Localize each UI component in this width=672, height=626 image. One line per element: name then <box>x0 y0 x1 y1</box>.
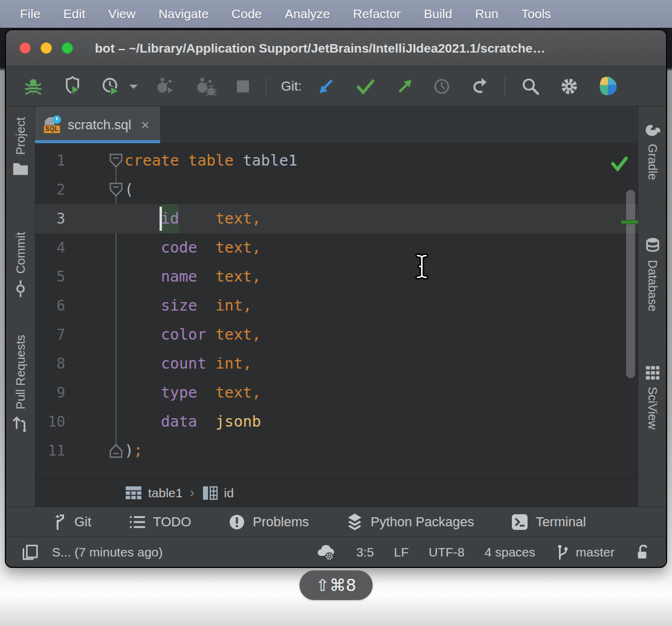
code-token <box>124 407 161 436</box>
sidebar-item-sciview[interactable]: SciView <box>645 365 661 430</box>
code-line[interactable]: 9 type text, <box>35 378 638 407</box>
menu-item-build[interactable]: Build <box>412 7 464 21</box>
menu-item-refactor[interactable]: Refactor <box>341 7 412 21</box>
toolwindow-git[interactable]: Git <box>51 514 91 531</box>
close-window-button[interactable] <box>19 42 31 54</box>
encoding-widget[interactable]: UTF-8 <box>428 545 465 560</box>
code-text: color text, <box>124 320 261 349</box>
close-tab-icon[interactable]: × <box>141 118 149 132</box>
rollback-icon[interactable] <box>471 77 491 96</box>
fold-marker-icon[interactable] <box>108 443 124 459</box>
layout-icon[interactable] <box>22 544 39 561</box>
code-token: text, <box>216 320 261 349</box>
breadcrumb-separator: › <box>190 485 194 501</box>
sidebar-item-database[interactable]: Database <box>645 237 661 312</box>
git-branch-widget[interactable]: master <box>555 544 615 561</box>
code-line[interactable]: 6 size int, <box>35 291 638 320</box>
menu-item-file[interactable]: File <box>8 7 52 21</box>
code-line[interactable]: 10 data jsonb <box>35 407 638 436</box>
inspections-ok-icon[interactable] <box>610 156 628 172</box>
menu-item-code[interactable]: Code <box>220 7 273 21</box>
line-number[interactable]: 4 <box>35 239 65 256</box>
code-line[interactable]: 3 id text, <box>35 204 638 233</box>
code-line[interactable]: 5 name text, <box>35 262 638 291</box>
tab-label: scratch.sql <box>68 117 131 133</box>
menu-item-run[interactable]: Run <box>464 7 510 21</box>
line-number[interactable]: 2 <box>35 181 65 198</box>
code-editor[interactable]: 1create table table12(3 id text,4 code t… <box>35 144 638 479</box>
line-separator-widget[interactable]: LF <box>394 545 409 560</box>
toolwindow-terminal[interactable]: Terminal <box>511 514 586 531</box>
fold-marker-icon[interactable] <box>108 153 124 169</box>
code-token: id <box>161 204 179 233</box>
status-bar: S... (7 minutes ago) 3:5 LF UTF-8 4 spac… <box>6 537 666 567</box>
code-line[interactable]: 11); <box>35 436 638 465</box>
settings-gear-icon[interactable] <box>560 77 579 96</box>
ide-feature-trainer-icon[interactable] <box>597 76 619 97</box>
toolwindow-label: Git <box>74 514 91 530</box>
zoom-window-button[interactable] <box>62 42 73 54</box>
menu-item-view[interactable]: View <box>97 7 147 21</box>
code-line[interactable]: 7 color text, <box>35 320 638 349</box>
menu-item-navigate[interactable]: Navigate <box>147 7 220 21</box>
code-line[interactable]: 8 count int, <box>35 349 638 378</box>
toolwindow-todo[interactable]: TODO <box>129 514 191 530</box>
gradle-elephant-icon <box>644 122 662 138</box>
stripe-label: Commit <box>13 232 27 274</box>
line-number[interactable]: 1 <box>35 152 65 169</box>
update-project-icon[interactable] <box>317 77 335 95</box>
minimize-window-button[interactable] <box>40 42 52 54</box>
toolwindow-python-packages[interactable]: Python Packages <box>346 513 474 531</box>
menu-item-edit[interactable]: Edit <box>52 7 97 21</box>
profiler-disabled-icon <box>155 76 176 97</box>
breadcrumb-table[interactable]: table1 <box>124 485 183 501</box>
last-commit-message[interactable]: S... (7 minutes ago) <box>52 545 163 560</box>
menu-item-analyze[interactable]: Analyze <box>273 7 341 21</box>
line-number[interactable]: 9 <box>35 384 65 401</box>
sidebar-item-gradle[interactable]: Gradle <box>644 122 662 180</box>
sidebar-item-commit[interactable]: Commit <box>13 232 28 298</box>
chevron-down-icon[interactable] <box>127 80 140 93</box>
terminal-icon <box>511 514 528 531</box>
menu-item-tools[interactable]: Tools <box>510 7 563 21</box>
debug-icon[interactable] <box>23 76 44 97</box>
cloud-settings-icon[interactable] <box>316 543 337 561</box>
profiler-run-icon[interactable] <box>102 76 122 97</box>
search-everywhere-icon[interactable] <box>521 77 540 96</box>
line-number[interactable]: 6 <box>35 297 65 314</box>
code-token <box>179 204 215 233</box>
code-line[interactable]: 4 code text, <box>35 233 638 262</box>
toolwindow-problems[interactable]: Problems <box>228 514 309 531</box>
line-number[interactable]: 11 <box>35 442 65 459</box>
caret-position-widget[interactable]: 3:5 <box>357 545 374 560</box>
stripe-label: SciView <box>645 387 659 430</box>
line-number[interactable]: 5 <box>35 268 65 285</box>
main-toolbar: Git: <box>6 66 666 106</box>
code-line[interactable]: 2( <box>35 175 638 204</box>
unlock-icon[interactable] <box>635 544 650 561</box>
line-number[interactable]: 8 <box>35 355 65 372</box>
todo-list-icon <box>129 515 146 529</box>
code-token: type <box>161 378 197 407</box>
breadcrumb-label: table1 <box>148 486 183 500</box>
run-with-coverage-icon[interactable] <box>63 76 83 97</box>
code-token: text, <box>216 233 261 262</box>
code-token <box>197 407 215 436</box>
push-icon[interactable] <box>396 77 414 95</box>
sidebar-item-project[interactable]: Project <box>12 117 29 176</box>
line-number[interactable]: 3 <box>35 210 65 227</box>
commit-check-icon[interactable] <box>356 77 375 95</box>
sidebar-item-pull-requests[interactable]: Pull Requests <box>12 335 29 432</box>
line-number[interactable]: 10 <box>35 413 65 430</box>
line-number[interactable]: 7 <box>35 326 65 343</box>
window-title-bar[interactable]: bot – ~/Library/Application Support/JetB… <box>6 30 666 66</box>
folder-icon <box>12 161 29 176</box>
left-tool-stripe: Project Commit Pull Requests <box>6 106 35 506</box>
fold-marker-icon[interactable] <box>108 182 124 198</box>
code-line[interactable]: 1create table table1 <box>35 146 638 175</box>
tab-scratch-sql[interactable]: SQL scratch.sql × <box>35 106 160 143</box>
code-token: jsonb <box>216 407 261 436</box>
breadcrumb-column[interactable]: id <box>202 485 234 501</box>
indent-widget[interactable]: 4 spaces <box>485 545 535 560</box>
editor-scrollbar[interactable] <box>626 190 635 378</box>
